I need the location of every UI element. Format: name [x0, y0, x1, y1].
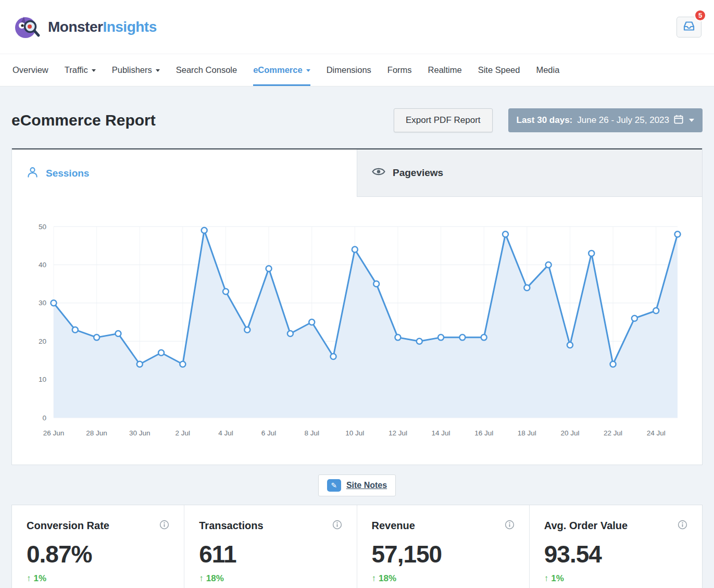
nav-item-traffic[interactable]: Traffic [65, 54, 96, 86]
arrow-up-icon: ↑ [27, 573, 31, 584]
svg-text:22 Jul: 22 Jul [604, 429, 622, 437]
pencil-note-icon: ✎ [327, 479, 341, 492]
svg-text:8 Jul: 8 Jul [304, 429, 319, 437]
chevron-down-icon [92, 69, 96, 72]
info-icon[interactable] [505, 520, 515, 530]
nav-item-forms[interactable]: Forms [387, 54, 412, 86]
nav-item-search-console[interactable]: Search Console [176, 54, 237, 86]
nav-item-realtime[interactable]: Realtime [428, 54, 462, 86]
info-icon[interactable] [678, 520, 687, 530]
stat-title: Revenue [372, 520, 415, 532]
arrow-up-icon: ↑ [544, 573, 549, 584]
svg-text:2 Jul: 2 Jul [176, 429, 191, 437]
brand-wordmark: MonsterInsights [48, 19, 157, 35]
stat-card-conversion-rate: Conversion Rate 0.87% ↑1% vs. Previous 3… [12, 505, 184, 588]
arrow-up-icon: ↑ [199, 573, 204, 584]
stat-value: 611 [199, 540, 342, 568]
nav-item-site-speed[interactable]: Site Speed [478, 54, 520, 86]
nav-item-dimensions[interactable]: Dimensions [327, 54, 371, 86]
eye-icon [372, 167, 385, 179]
svg-text:28 Jun: 28 Jun [86, 429, 107, 437]
report-nav: Overview Traffic Publishers Search Conso… [0, 54, 714, 86]
svg-text:24 Jul: 24 Jul [647, 429, 666, 437]
svg-text:50: 50 [39, 223, 46, 231]
svg-text:16 Jul: 16 Jul [474, 429, 493, 437]
date-range-picker[interactable]: Last 30 days: June 26 - July 25, 2023 [508, 108, 703, 132]
svg-text:18 Jul: 18 Jul [518, 429, 536, 437]
svg-text:4 Jul: 4 Jul [218, 429, 233, 437]
tab-pageviews[interactable]: Pageviews [357, 149, 702, 197]
info-icon[interactable] [159, 520, 169, 530]
person-icon [27, 166, 39, 181]
date-range-value: June 26 - July 25, 2023 [577, 115, 669, 126]
svg-text:12 Jul: 12 Jul [389, 429, 407, 437]
nav-item-overview[interactable]: Overview [12, 54, 48, 86]
svg-text:20 Jul: 20 Jul [560, 429, 579, 437]
svg-text:0: 0 [42, 414, 46, 422]
stat-title: Transactions [199, 520, 263, 532]
svg-text:10 Jul: 10 Jul [345, 429, 364, 437]
brand-logo: MonsterInsights [12, 11, 157, 43]
svg-text:40: 40 [39, 261, 46, 269]
stat-value: 0.87% [27, 540, 169, 568]
svg-text:26 Jun: 26 Jun [43, 429, 65, 437]
export-pdf-button[interactable]: Export PDF Report [394, 108, 493, 132]
ecommerce-stats-row: Conversion Rate 0.87% ↑1% vs. Previous 3… [11, 505, 703, 588]
svg-text:14 Jul: 14 Jul [432, 429, 450, 437]
chevron-down-icon [689, 119, 694, 122]
svg-text:30: 30 [39, 299, 46, 307]
svg-text:30 Jun: 30 Jun [129, 429, 151, 437]
site-notes-label: Site Notes [346, 481, 387, 490]
svg-text:6 Jul: 6 Jul [261, 429, 277, 437]
calendar-icon [674, 115, 683, 127]
notification-count-badge: 5 [694, 9, 706, 21]
nav-item-media[interactable]: Media [536, 54, 559, 86]
sessions-line-chart: 26 Jun28 Jun30 Jun2 Jul4 Jul6 Jul8 Jul10… [12, 197, 703, 462]
tab-pageviews-label: Pageviews [393, 167, 443, 179]
page-title: eCommerce Report [11, 111, 156, 129]
chevron-down-icon [156, 69, 160, 72]
chevron-down-icon [306, 69, 310, 72]
stat-title: Conversion Rate [27, 520, 109, 532]
sessions-chart-card: Sessions Pageviews 26 Jun28 Jun30 Jun2 J… [11, 148, 703, 465]
nav-item-publishers[interactable]: Publishers [112, 54, 160, 86]
nav-item-ecommerce[interactable]: eCommerce [253, 54, 310, 86]
tab-sessions-label: Sessions [46, 168, 89, 179]
stat-value: 57,150 [372, 540, 515, 568]
arrow-up-icon: ↑ [372, 573, 377, 584]
tab-sessions[interactable]: Sessions [12, 149, 357, 197]
svg-text:20: 20 [39, 337, 46, 345]
info-icon[interactable] [332, 520, 342, 530]
app-header: MonsterInsights 5 [0, 0, 714, 54]
stat-title: Avg. Order Value [544, 520, 628, 532]
site-notes-button[interactable]: ✎ Site Notes [318, 474, 396, 496]
stat-card-transactions: Transactions 611 ↑18% vs. Previous 30 Da… [184, 505, 357, 588]
stat-value: 93.54 [544, 540, 687, 568]
svg-text:10: 10 [39, 376, 46, 383]
monsterinsights-mascot-icon [12, 11, 42, 43]
date-range-label: Last 30 days: [517, 115, 573, 126]
stat-card-avg-order-value: Avg. Order Value 93.54 ↑1% vs. Previous … [530, 505, 702, 588]
inbox-tray-icon [683, 21, 695, 33]
chart-tabs: Sessions Pageviews [12, 148, 702, 197]
stat-card-revenue: Revenue 57,150 ↑18% vs. Previous 30 Days [357, 505, 530, 588]
